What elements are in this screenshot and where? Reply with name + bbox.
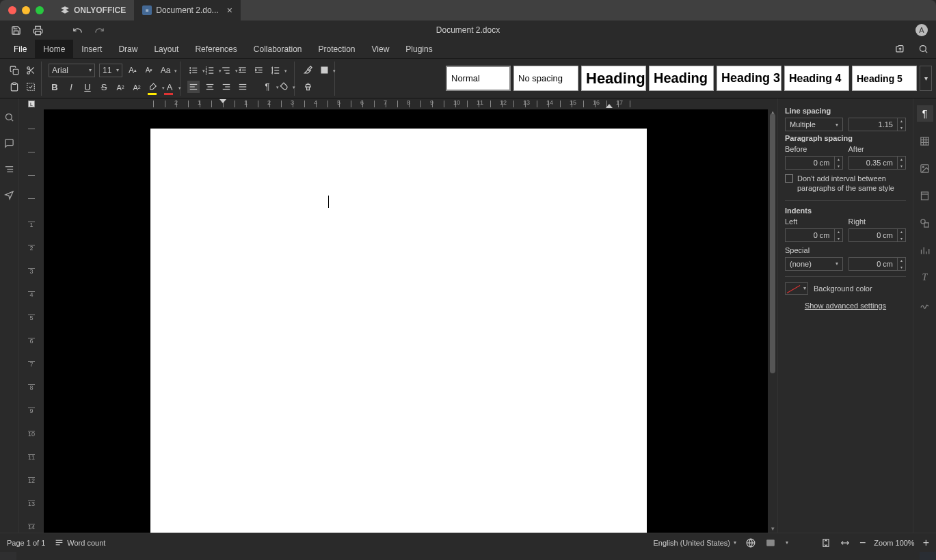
document-tab[interactable]: ≡ Document 2.do... × xyxy=(134,0,241,21)
document-page[interactable] xyxy=(150,129,647,533)
zoom-level[interactable]: Zoom 100% xyxy=(874,539,914,547)
save-icon[interactable] xyxy=(10,24,22,36)
comments-icon[interactable] xyxy=(3,137,16,149)
bold-icon[interactable]: B xyxy=(49,81,61,94)
menu-tab-protection[interactable]: Protection xyxy=(310,40,364,58)
paste-icon[interactable] xyxy=(8,81,21,93)
vertical-scrollbar[interactable]: ▴ ▾ xyxy=(768,109,777,533)
increase-font-icon[interactable]: A▴ xyxy=(126,64,139,77)
signature-tab-icon[interactable] xyxy=(917,297,933,313)
menu-tab-insert[interactable]: Insert xyxy=(73,40,110,58)
copy-style-icon[interactable] xyxy=(302,81,314,93)
same-style-checkbox[interactable]: Don't add interval between paragraphs of… xyxy=(785,174,906,194)
vertical-ruler[interactable]: 123456789101112131415 xyxy=(19,109,44,533)
style-heading-4[interactable]: Heading 4 xyxy=(784,66,849,91)
style-heading-3[interactable]: Heading 3 xyxy=(717,66,781,91)
underline-icon[interactable]: U xyxy=(81,81,94,94)
header-tab-icon[interactable] xyxy=(917,187,933,204)
menu-tab-draw[interactable]: Draw xyxy=(110,40,146,58)
window-minimize-dot[interactable] xyxy=(22,6,30,14)
superscript-icon[interactable]: A2 xyxy=(114,81,126,94)
page-indicator[interactable]: Page 1 of 1 xyxy=(7,539,45,547)
menu-tab-file[interactable]: File xyxy=(5,40,35,58)
right-indent-input[interactable]: 0 cm▴▾ xyxy=(848,228,907,242)
window-zoom-dot[interactable] xyxy=(36,6,44,14)
fit-page-icon[interactable] xyxy=(821,538,831,548)
language-selector[interactable]: English (United States) ▾ xyxy=(654,539,737,547)
after-spacing-input[interactable]: 0.35 cm▴▾ xyxy=(848,156,907,170)
bg-color-swatch[interactable] xyxy=(785,282,808,295)
zoom-in-icon[interactable]: + xyxy=(923,537,929,549)
style-normal[interactable]: Normal xyxy=(446,66,511,91)
multilevel-icon[interactable] xyxy=(220,64,232,77)
font-size-select[interactable]: 11▾ xyxy=(99,64,122,77)
align-center-icon[interactable] xyxy=(204,81,216,93)
chart-tab-icon[interactable] xyxy=(917,242,933,258)
menu-tab-plugins[interactable]: Plugins xyxy=(397,40,440,58)
track-changes-icon[interactable] xyxy=(765,538,776,548)
font-name-select[interactable]: Arial▾ xyxy=(49,64,95,77)
page-canvas[interactable] xyxy=(44,109,768,533)
style-heading-1[interactable]: Heading xyxy=(581,66,646,91)
horizontal-ruler[interactable]: 211234567891011121314151617 xyxy=(44,98,777,109)
align-justify-icon[interactable] xyxy=(237,81,249,93)
decrease-font-icon[interactable]: A▾ xyxy=(143,64,155,77)
scrollbar-thumb[interactable] xyxy=(770,114,775,373)
align-right-icon[interactable] xyxy=(220,81,232,93)
style-heading-5[interactable]: Heading 5 xyxy=(852,66,917,91)
bullets-icon[interactable] xyxy=(187,64,200,77)
font-color-icon[interactable]: A xyxy=(163,81,176,94)
search-icon[interactable] xyxy=(917,43,929,55)
before-spacing-input[interactable]: 0 cm▴▾ xyxy=(785,156,843,170)
fit-width-icon[interactable] xyxy=(840,538,850,548)
highlight-icon[interactable] xyxy=(147,81,159,94)
special-indent-select[interactable]: (none)▾ xyxy=(785,257,843,271)
line-spacing-icon[interactable] xyxy=(269,64,282,77)
style-gallery-expand[interactable]: ▾ xyxy=(920,66,932,91)
left-indent-input[interactable]: 0 cm▴▾ xyxy=(785,228,843,242)
feedback-icon[interactable] xyxy=(3,189,16,201)
window-close-dot[interactable] xyxy=(8,6,16,14)
nonprinting-icon[interactable]: ¶ xyxy=(261,81,273,93)
word-count[interactable]: Word count xyxy=(55,538,105,547)
decrease-indent-icon[interactable] xyxy=(237,64,249,77)
menu-tab-layout[interactable]: Layout xyxy=(146,40,187,58)
menu-tab-home[interactable]: Home xyxy=(35,40,73,58)
textart-tab-icon[interactable]: T xyxy=(917,269,933,286)
open-location-icon[interactable] xyxy=(894,43,906,55)
tab-stop-selector[interactable]: L xyxy=(19,98,44,109)
zoom-out-icon[interactable]: − xyxy=(859,537,866,549)
advanced-settings-link[interactable]: Show advanced settings xyxy=(785,302,906,310)
copy-icon[interactable] xyxy=(8,64,21,77)
menu-tab-references[interactable]: References xyxy=(187,40,245,58)
spellcheck-icon[interactable] xyxy=(746,538,756,548)
special-indent-input[interactable]: 0 cm▴▾ xyxy=(848,257,907,271)
line-spacing-value-input[interactable]: 1.15▴▾ xyxy=(848,118,907,131)
undo-icon[interactable] xyxy=(71,24,83,36)
menu-tab-view[interactable]: View xyxy=(364,40,398,58)
change-case-icon[interactable]: Aa xyxy=(159,64,172,77)
subscript-icon[interactable]: A2 xyxy=(131,81,143,94)
print-icon[interactable] xyxy=(31,24,44,36)
headings-icon[interactable] xyxy=(3,163,16,175)
shading-icon[interactable] xyxy=(278,81,290,93)
strikethrough-icon[interactable]: S xyxy=(98,81,110,94)
user-avatar[interactable]: A xyxy=(915,24,928,36)
redo-icon[interactable] xyxy=(93,24,105,36)
table-tab-icon[interactable] xyxy=(917,133,933,149)
insert-shape-icon[interactable] xyxy=(318,64,330,77)
style-no-spacing[interactable]: No spacing xyxy=(513,66,578,91)
image-tab-icon[interactable] xyxy=(917,160,933,176)
close-icon[interactable]: × xyxy=(227,5,232,16)
style-heading-2[interactable]: Heading xyxy=(649,66,714,91)
doclang-dropdown-icon[interactable]: ▾ xyxy=(786,539,788,546)
select-all-icon[interactable] xyxy=(25,81,37,93)
paragraph-tab-icon[interactable]: ¶ xyxy=(917,105,933,122)
line-spacing-mode-select[interactable]: Multiple▾ xyxy=(785,118,843,131)
numbering-icon[interactable]: 123 xyxy=(204,64,216,77)
increase-indent-icon[interactable] xyxy=(253,64,265,77)
shape-tab-icon[interactable] xyxy=(917,215,933,231)
find-icon[interactable] xyxy=(3,111,16,123)
menu-tab-collaboration[interactable]: Collaboration xyxy=(245,40,310,58)
align-left-icon[interactable] xyxy=(187,81,200,93)
